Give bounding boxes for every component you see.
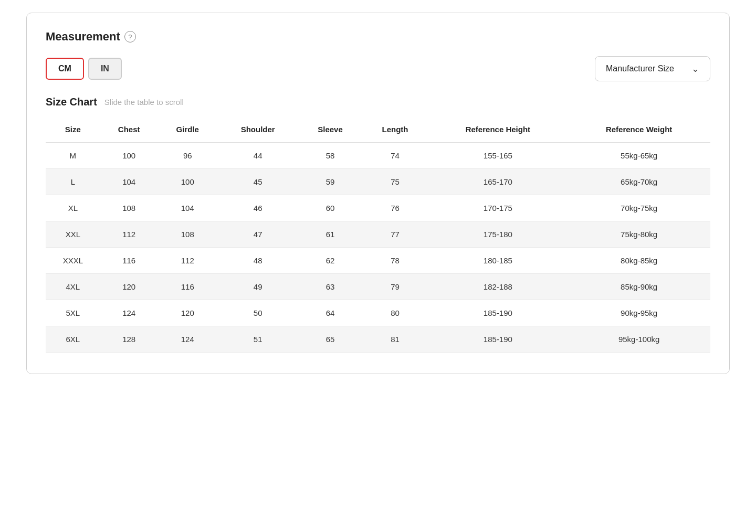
table-cell: 47 bbox=[217, 221, 299, 248]
section-title: Measurement bbox=[46, 30, 120, 44]
table-cell: 75 bbox=[362, 169, 428, 195]
size-chart-title: Size Chart bbox=[46, 96, 97, 108]
table-cell: 63 bbox=[298, 274, 362, 300]
table-cell: 59 bbox=[298, 169, 362, 195]
dropdown-label: Manufacturer Size bbox=[606, 64, 674, 73]
table-row: L104100455975165-17065kg-70kg bbox=[46, 169, 710, 195]
table-cell: 76 bbox=[362, 195, 428, 221]
table-cell: 95kg-100kg bbox=[568, 326, 710, 353]
table-cell: 81 bbox=[362, 326, 428, 353]
scroll-hint: Slide the table to scroll bbox=[104, 98, 184, 107]
table-cell: 165-170 bbox=[428, 169, 568, 195]
table-header-cell: Chest bbox=[100, 116, 158, 143]
table-header-cell: Size bbox=[46, 116, 100, 143]
unit-toggle-group: CM IN bbox=[46, 58, 126, 80]
table-cell: 4XL bbox=[46, 274, 100, 300]
chevron-down-icon: ⌄ bbox=[691, 63, 699, 75]
table-row: XL108104466076170-17570kg-75kg bbox=[46, 195, 710, 221]
table-row: M10096445874155-16555kg-65kg bbox=[46, 143, 710, 169]
table-cell: 80 bbox=[362, 300, 428, 326]
table-header-cell: Sleeve bbox=[298, 116, 362, 143]
table-header-cell: Length bbox=[362, 116, 428, 143]
table-cell: 100 bbox=[158, 169, 217, 195]
table-cell: 46 bbox=[217, 195, 299, 221]
table-header-row: SizeChestGirdleShoulderSleeveLengthRefer… bbox=[46, 116, 710, 143]
table-cell: 70kg-75kg bbox=[568, 195, 710, 221]
table-cell: 75kg-80kg bbox=[568, 221, 710, 248]
table-cell: 62 bbox=[298, 248, 362, 274]
table-cell: 65kg-70kg bbox=[568, 169, 710, 195]
table-cell: 74 bbox=[362, 143, 428, 169]
table-cell: 108 bbox=[100, 195, 158, 221]
table-row: 6XL128124516581185-19095kg-100kg bbox=[46, 326, 710, 353]
table-cell: 120 bbox=[100, 274, 158, 300]
table-cell: 6XL bbox=[46, 326, 100, 353]
unit-cm-button[interactable]: CM bbox=[46, 58, 84, 80]
table-cell: 90kg-95kg bbox=[568, 300, 710, 326]
table-cell: 124 bbox=[100, 300, 158, 326]
table-header-cell: Reference Weight bbox=[568, 116, 710, 143]
table-cell: 77 bbox=[362, 221, 428, 248]
help-icon[interactable]: ? bbox=[124, 31, 136, 42]
table-row: XXXL116112486278180-18580kg-85kg bbox=[46, 248, 710, 274]
table-cell: 116 bbox=[100, 248, 158, 274]
table-body: M10096445874155-16555kg-65kgL10410045597… bbox=[46, 143, 710, 353]
table-cell: 112 bbox=[100, 221, 158, 248]
table-cell: 182-188 bbox=[428, 274, 568, 300]
table-cell: 5XL bbox=[46, 300, 100, 326]
table-cell: 104 bbox=[158, 195, 217, 221]
table-cell: 79 bbox=[362, 274, 428, 300]
table-cell: XXXL bbox=[46, 248, 100, 274]
table-cell: 51 bbox=[217, 326, 299, 353]
controls-row: CM IN Manufacturer Size ⌄ bbox=[46, 56, 710, 81]
size-chart-header: Size Chart Slide the table to scroll bbox=[46, 96, 710, 108]
table-cell: 124 bbox=[158, 326, 217, 353]
table-cell: 65 bbox=[298, 326, 362, 353]
table-cell: 185-190 bbox=[428, 300, 568, 326]
table-cell: 180-185 bbox=[428, 248, 568, 274]
unit-in-button[interactable]: IN bbox=[88, 58, 122, 80]
table-cell: 96 bbox=[158, 143, 217, 169]
table-cell: 60 bbox=[298, 195, 362, 221]
table-cell: M bbox=[46, 143, 100, 169]
measurement-panel: Measurement ? CM IN Manufacturer Size ⌄ … bbox=[26, 13, 730, 374]
table-cell: 116 bbox=[158, 274, 217, 300]
table-cell: 78 bbox=[362, 248, 428, 274]
table-cell: 112 bbox=[158, 248, 217, 274]
table-header-cell: Girdle bbox=[158, 116, 217, 143]
table-cell: 175-180 bbox=[428, 221, 568, 248]
table-cell: L bbox=[46, 169, 100, 195]
table-cell: 58 bbox=[298, 143, 362, 169]
table-cell: 100 bbox=[100, 143, 158, 169]
table-cell: 48 bbox=[217, 248, 299, 274]
table-cell: 108 bbox=[158, 221, 217, 248]
table-cell: 64 bbox=[298, 300, 362, 326]
table-header-cell: Shoulder bbox=[217, 116, 299, 143]
table-cell: 50 bbox=[217, 300, 299, 326]
table-cell: 55kg-65kg bbox=[568, 143, 710, 169]
table-row: 4XL120116496379182-18885kg-90kg bbox=[46, 274, 710, 300]
table-cell: 120 bbox=[158, 300, 217, 326]
size-chart-table: SizeChestGirdleShoulderSleeveLengthRefer… bbox=[46, 116, 710, 353]
table-row: 5XL124120506480185-19090kg-95kg bbox=[46, 300, 710, 326]
table-cell: 185-190 bbox=[428, 326, 568, 353]
table-cell: 80kg-85kg bbox=[568, 248, 710, 274]
section-header: Measurement ? bbox=[46, 30, 710, 44]
table-header-cell: Reference Height bbox=[428, 116, 568, 143]
table-cell: 44 bbox=[217, 143, 299, 169]
table-cell: 85kg-90kg bbox=[568, 274, 710, 300]
table-cell: XL bbox=[46, 195, 100, 221]
table-cell: 61 bbox=[298, 221, 362, 248]
table-row: XXL112108476177175-18075kg-80kg bbox=[46, 221, 710, 248]
table-cell: 104 bbox=[100, 169, 158, 195]
table-cell: 49 bbox=[217, 274, 299, 300]
table-cell: 170-175 bbox=[428, 195, 568, 221]
manufacturer-size-dropdown[interactable]: Manufacturer Size ⌄ bbox=[595, 56, 710, 81]
table-cell: 45 bbox=[217, 169, 299, 195]
table-cell: XXL bbox=[46, 221, 100, 248]
table-cell: 155-165 bbox=[428, 143, 568, 169]
table-cell: 128 bbox=[100, 326, 158, 353]
